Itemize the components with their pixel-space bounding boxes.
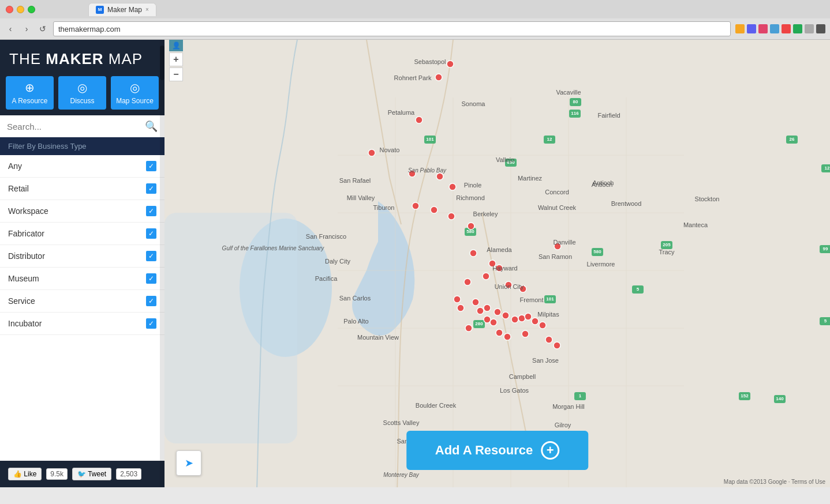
svg-text:205: 205: [663, 242, 671, 247]
forward-button[interactable]: ›: [21, 23, 32, 35]
toolbar-icon-4[interactable]: [770, 24, 779, 33]
svg-text:101: 101: [426, 137, 434, 142]
toolbar-icon-6[interactable]: [793, 24, 802, 33]
filter-item-museum[interactable]: Museum ✓: [0, 268, 164, 290]
active-tab[interactable]: M Maker Map ×: [88, 3, 156, 16]
tweet-button[interactable]: 🐦 Tweet: [72, 468, 111, 480]
svg-rect-1: [164, 213, 297, 443]
app-container: THE MAKER MAP ⊕ A Resource ◎ Discuss ◎ M…: [0, 40, 830, 487]
toolbar-icon-7[interactable]: [805, 24, 814, 33]
toolbar-icon-5[interactable]: [782, 24, 791, 33]
filter-checkbox-service[interactable]: ✓: [146, 296, 156, 306]
tab-title: Maker Map: [107, 6, 142, 14]
add-resource-sidebar-button[interactable]: ⊕ A Resource: [6, 76, 54, 110]
map-svg: 1016805802805802055801211611521012612995…: [164, 40, 830, 487]
filter-label-distributor: Distributor: [8, 251, 45, 261]
map-zoom-controls: 👤 + −: [169, 40, 183, 81]
add-resource-button[interactable]: Add A Resource +: [406, 431, 589, 470]
add-resource-label: Add A Resource: [435, 443, 533, 458]
discuss-icon: ◎: [77, 81, 87, 95]
filter-item-any[interactable]: Any ✓: [0, 155, 164, 178]
logo-text: THE MAKER MAP: [9, 50, 155, 68]
map-area[interactable]: 1016805802805802055801211611521012612995…: [164, 40, 830, 487]
svg-text:99: 99: [823, 246, 828, 251]
svg-text:280: 280: [475, 321, 483, 326]
svg-text:5: 5: [637, 287, 640, 292]
social-bar: 👍 Like 9.5k 🐦 Tweet 2,503: [0, 461, 164, 487]
maximize-window-button[interactable]: [28, 6, 35, 13]
svg-text:5: 5: [824, 318, 827, 324]
svg-text:12: 12: [547, 137, 552, 142]
map-attribution: Map data ©2013 Google · Terms of Use: [724, 479, 825, 485]
filter-label-retail: Retail: [8, 184, 29, 193]
filter-item-distributor[interactable]: Distributor ✓: [0, 245, 164, 268]
tab-close-button[interactable]: ×: [145, 6, 149, 13]
svg-text:580: 580: [466, 229, 474, 234]
filter-label-museum: Museum: [8, 274, 39, 283]
filter-checkbox-retail[interactable]: ✓: [146, 183, 156, 194]
filter-checkbox-incubator[interactable]: ✓: [146, 318, 156, 329]
svg-text:116: 116: [571, 111, 579, 116]
discuss-button[interactable]: ◎ Discuss: [58, 76, 106, 110]
map-source-icon: ◎: [130, 81, 140, 95]
minimize-window-button[interactable]: [17, 6, 24, 13]
my-location-button[interactable]: ➤: [176, 450, 201, 476]
sidebar-scrollbar[interactable]: [160, 40, 164, 487]
svg-text:12: 12: [825, 166, 830, 171]
svg-text:80: 80: [573, 99, 578, 104]
tab-bar: M Maker Map ×: [42, 1, 203, 18]
filter-label-fabricator: Fabricator: [8, 229, 44, 238]
filter-label-incubator: Incubator: [8, 319, 42, 328]
filter-label-service: Service: [8, 296, 35, 306]
back-button[interactable]: ‹: [5, 23, 16, 35]
search-row: 🔍: [0, 115, 164, 137]
filter-checkbox-fabricator[interactable]: ✓: [146, 228, 156, 239]
sidebar-action-buttons: ⊕ A Resource ◎ Discuss ◎ Map Source: [0, 76, 164, 115]
pegman-control[interactable]: 👤: [169, 40, 183, 51]
address-bar-row: ‹ › ↺ themakermap.com: [0, 18, 830, 39]
svg-text:580: 580: [593, 249, 601, 254]
close-window-button[interactable]: [6, 6, 13, 13]
filter-checkbox-any[interactable]: ✓: [146, 161, 156, 171]
filter-label-any: Any: [8, 161, 22, 171]
svg-text:1: 1: [579, 393, 582, 398]
zoom-out-button[interactable]: −: [169, 67, 183, 81]
filter-item-service[interactable]: Service ✓: [0, 290, 164, 313]
add-resource-plus-icon: +: [541, 441, 559, 460]
filter-checkbox-workspace[interactable]: ✓: [146, 206, 156, 216]
filter-header: Filter By Business Type: [0, 137, 164, 155]
sidebar: THE MAKER MAP ⊕ A Resource ◎ Discuss ◎ M…: [0, 40, 164, 487]
svg-text:101: 101: [546, 296, 554, 302]
window-controls: [6, 6, 35, 13]
filter-list: Any ✓ Retail ✓ Workspace ✓ Fabricator ✓ …: [0, 155, 164, 461]
add-resource-icon: ⊕: [25, 81, 35, 95]
reload-button[interactable]: ↺: [37, 23, 48, 35]
filter-checkbox-museum[interactable]: ✓: [146, 273, 156, 284]
like-button[interactable]: 👍 Like: [8, 468, 42, 480]
toolbar-icon-8[interactable]: [816, 24, 825, 33]
filter-label-workspace: Workspace: [8, 206, 48, 216]
toolbar-icons: [735, 24, 825, 33]
filter-item-retail[interactable]: Retail ✓: [0, 178, 164, 200]
zoom-in-button[interactable]: +: [169, 52, 183, 66]
like-count: 9.5k: [46, 468, 68, 480]
svg-text:680: 680: [507, 160, 515, 165]
search-input[interactable]: [7, 122, 140, 131]
filter-checkbox-distributor[interactable]: ✓: [146, 251, 156, 261]
toolbar-icon-3[interactable]: [758, 24, 768, 33]
search-icon[interactable]: 🔍: [145, 120, 158, 133]
svg-text:26: 26: [790, 137, 795, 142]
svg-text:140: 140: [776, 396, 784, 401]
svg-text:152: 152: [741, 393, 749, 398]
toolbar-icon-1[interactable]: [735, 24, 745, 33]
filter-item-workspace[interactable]: Workspace ✓: [0, 200, 164, 223]
logo: THE MAKER MAP: [0, 40, 164, 76]
tweet-count: 2,503: [116, 468, 141, 480]
title-bar: M Maker Map ×: [0, 0, 830, 18]
tab-favicon: M: [96, 6, 104, 14]
filter-item-incubator[interactable]: Incubator ✓: [0, 313, 164, 335]
map-source-button[interactable]: ◎ Map Source: [111, 76, 159, 110]
address-bar[interactable]: themakermap.com: [53, 21, 731, 36]
toolbar-icon-2[interactable]: [747, 24, 756, 33]
filter-item-fabricator[interactable]: Fabricator ✓: [0, 223, 164, 245]
